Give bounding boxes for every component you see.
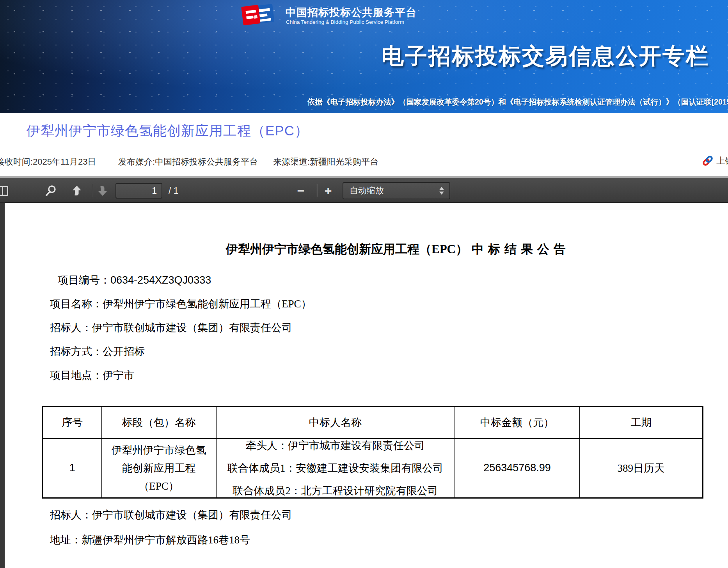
next-page-button[interactable] (95, 183, 110, 198)
page: 中国招标投标公共服务平台 China Tendering & Bidding P… (0, 0, 728, 568)
pdf-viewer: 伊犁州伊宁市绿色氢能创新应用工程（EPC）中标结果公告 项目编号：0634-25… (0, 203, 728, 568)
arrow-up-icon (71, 185, 82, 197)
pdf-page: 伊犁州伊宁市绿色氢能创新应用工程（EPC）中标结果公告 项目编号：0634-25… (5, 203, 728, 568)
previous-page-button[interactable] (69, 183, 84, 198)
banner-legal-note: 依据《电子招标投标办法》（国家发展改革委令第20号）和《电子招标投标系统检测认证… (307, 97, 728, 107)
cell-seq: 1 (43, 438, 102, 498)
cell-winner: 牵头人：伊宁市城市建设有限责任公司 联合体成员1：安徽建工建设安装集团有限公司 … (216, 438, 455, 498)
zoom-out-button[interactable]: − (293, 183, 308, 198)
viewer-background (0, 203, 5, 568)
minus-icon: − (297, 185, 305, 197)
on-chain-label: 上链 (716, 155, 728, 167)
zoom-select[interactable]: 自动缩放 (343, 182, 450, 199)
header-section: 标段（包）名称 (102, 406, 216, 438)
pdf-toolbar: / 1 − + 自动缩放 (0, 176, 728, 203)
meta-source-channel: 来源渠道:新疆阳光采购平台 (273, 156, 378, 168)
article-meta: 接收时间:2025年11月23日 发布媒介:中国招标投标公共服务平台 来源渠道:… (0, 156, 728, 169)
search-icon (45, 185, 57, 197)
chain-link-icon (701, 154, 714, 167)
cell-amount: 256345768.99 (455, 438, 580, 498)
table-row: 1 伊犁州伊宁市绿色氢 能创新应用工程 （EPC） 牵头人：伊宁市城市建设有限责… (43, 438, 703, 498)
article-header: 伊犁州伊宁市绿色氢能创新应用工程（EPC） 接收时间:2025年11月23日 发… (0, 113, 728, 178)
page-count-label: / 1 (169, 186, 179, 196)
meta-receive-time: 接收时间:2025年11月23日 (0, 156, 96, 168)
cell-section: 伊犁州伊宁市绿色氢 能创新应用工程 （EPC） (102, 438, 216, 498)
footer-tenderee: 招标人：伊宁市联创城市建设（集团）有限责任公司 (50, 508, 707, 522)
header-amount: 中标金额（元） (455, 406, 580, 438)
banner-headline: 电子招标投标交易信息公开专栏 (382, 41, 709, 71)
toggle-sidebar-button[interactable] (0, 183, 11, 198)
header-winner: 中标人名称 (216, 406, 455, 438)
select-spinner-icon (439, 187, 444, 195)
page-title: 伊犁州伊宁市绿色氢能创新应用工程（EPC） (27, 122, 309, 140)
site-banner: 中国招标投标公共服务平台 China Tendering & Bidding P… (0, 0, 728, 113)
toolbar-separator (92, 184, 92, 197)
arrow-down-icon (97, 185, 108, 197)
field-tender-method: 招标方式：公开招标 (50, 344, 707, 359)
footer-address: 地址：新疆伊犁州伊宁市解放西路16巷18号 (50, 533, 707, 547)
zoom-in-button[interactable]: + (321, 183, 336, 198)
page-number-input[interactable] (115, 183, 162, 199)
on-chain-link[interactable]: 上链 (701, 154, 728, 167)
meta-publish-media: 发布媒介:中国招标投标公共服务平台 (118, 156, 258, 168)
table-header-row: 序号 标段（包）名称 中标人名称 中标金额（元） 工期 (43, 406, 703, 438)
plus-icon: + (325, 185, 332, 197)
platform-name-en: China Tendering & Bidding Public Service… (286, 19, 404, 25)
zoom-select-value: 自动缩放 (343, 185, 439, 197)
cell-duration: 389日历天 (580, 438, 703, 498)
platform-name-cn: 中国招标投标公共服务平台 (286, 5, 417, 20)
header-duration: 工期 (580, 406, 703, 438)
toolbar-separator (317, 184, 317, 197)
sidebar-icon (0, 186, 8, 196)
field-project-location: 项目地点：伊宁市 (50, 368, 707, 382)
field-project-number: 项目编号：0634-254XZ3QJ0333 (50, 273, 707, 287)
field-project-name: 项目名称：伊犁州伊宁市绿色氢能创新应用工程（EPC） (50, 297, 707, 311)
platform-logo-icon[interactable] (240, 2, 279, 27)
find-button[interactable] (44, 183, 59, 198)
field-tenderee: 招标人：伊宁市联创城市建设（集团）有限责任公司 (50, 321, 707, 335)
document-title: 伊犁州伊宁市绿色氢能创新应用工程（EPC）中标结果公告 (50, 241, 707, 257)
bid-result-table: 序号 标段（包）名称 中标人名称 中标金额（元） 工期 1 伊犁州伊宁市绿色氢 … (42, 406, 703, 499)
header-seq: 序号 (43, 406, 102, 438)
